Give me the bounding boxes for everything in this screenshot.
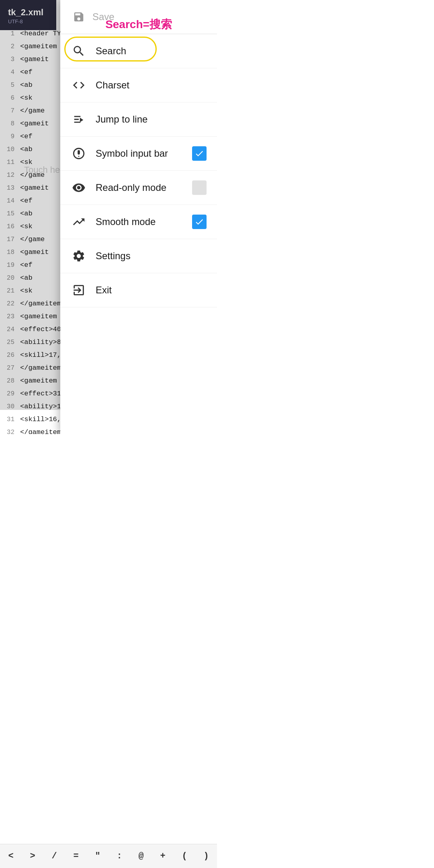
smooth-icon [71,214,87,230]
menu-item-settings-label: Settings [96,250,207,262]
menu-item-charset-label: Charset [96,80,207,91]
menu-item-smooth[interactable]: Smooth mode [60,205,217,239]
menu-item-exit-label: Exit [96,285,207,296]
charset-icon [71,77,87,93]
exit-icon [71,282,87,298]
symbolbar-checkbox[interactable] [192,146,207,161]
menu-item-symbolbar-label: Symbol input bar [96,148,183,159]
readonly-checkbox[interactable] [192,180,207,195]
save-icon [71,9,87,25]
menu-item-search[interactable]: Search [60,34,217,68]
menu-item-readonly-label: Read-only mode [96,182,183,193]
dropdown-menu: Search=搜索 Save Search Charset [60,0,217,434]
menu-item-search-label: Search [96,45,207,57]
line-number: 31 [0,413,20,426]
readonly-icon [71,180,87,196]
symbolbar-icon [71,145,87,162]
menu-item-exit[interactable]: Exit [60,273,217,307]
search-annotation-label: Search=搜索 [105,17,172,32]
menu-item-settings[interactable]: Settings [60,239,217,273]
line-content[interactable]: </gameitem> [20,426,65,434]
jumptoline-icon [71,111,87,127]
menu-item-jumptoline[interactable]: Jump to line [60,102,217,137]
menu-item-charset[interactable]: Charset [60,68,217,102]
line-number: 32 [0,426,20,434]
settings-icon [71,248,87,264]
menu-item-jumptoline-label: Jump to line [96,114,207,125]
search-icon [71,43,87,59]
menu-item-readonly[interactable]: Read-only mode [60,171,217,205]
menu-item-smooth-label: Smooth mode [96,216,183,227]
smooth-checkbox[interactable] [192,215,207,229]
search-item-wrapper: Search [60,34,217,68]
menu-item-symbolbar[interactable]: Symbol input bar [60,137,217,171]
